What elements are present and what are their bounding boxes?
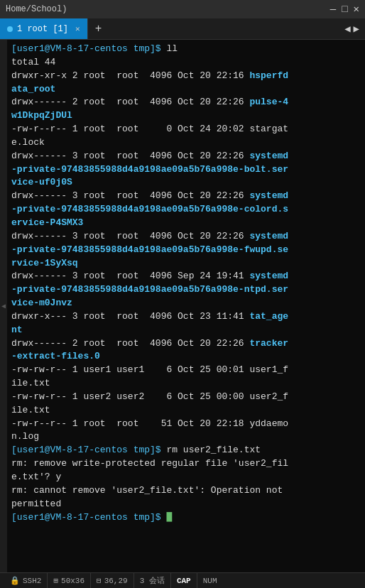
- title-controls[interactable]: — □ ✕: [330, 4, 359, 14]
- maximize-button[interactable]: □: [342, 4, 347, 14]
- output-user2file: -rw-rw-r-- 1 user2 user2 6 Oct 25 00:00 …: [11, 391, 288, 415]
- status-cursor-value: 36,29: [104, 577, 128, 585]
- status-ssh: 🔒 SSH2: [4, 573, 48, 588]
- left-handle-arrow-icon: ◀: [1, 302, 6, 310]
- output-yddaemon: -rw-r--r-- 1 root root 51 Oct 20 22:18 y…: [11, 418, 288, 442]
- left-resize-handle[interactable]: ◀: [0, 40, 7, 572]
- size-icon: ⊞: [53, 576, 58, 585]
- status-size: ⊞ 50x36: [48, 573, 91, 588]
- output-ntpd: drwx------ 3 root root 4096 Sep 24 19:41: [11, 271, 249, 281]
- output-tatagent: drwxr-x--- 3 root root 4096 Oct 23 11:41: [11, 311, 249, 322]
- status-num-value: NUM: [203, 577, 217, 585]
- cmd-2: rm user2_file.txt: [166, 445, 261, 455]
- output-pulse: drwx------ 2 root root 4096 Oct 20 22:26: [11, 97, 249, 107]
- close-button[interactable]: ✕: [354, 4, 359, 14]
- tab-bar: 1 root [1] ✕ + ◀ ▶: [0, 18, 365, 40]
- cursor-icon: ⊟: [97, 576, 102, 585]
- status-cap-value: CAP: [177, 577, 191, 585]
- output-fwupd: drwx------ 3 root root 4096 Oct 20 22:26: [11, 231, 249, 241]
- status-cursor: ⊟ 36,29: [91, 573, 134, 588]
- tab-1[interactable]: 1 root [1] ✕: [0, 18, 88, 39]
- output-bolt: drwx------ 3 root root 4096 Oct 20 22:26: [11, 151, 249, 161]
- title-bar-left: Home/School): [6, 4, 67, 14]
- output-user1file: -rw-rw-r-- 1 user1 user1 6 Oct 25 00:01 …: [11, 364, 288, 388]
- tab-dot-icon: [7, 26, 13, 32]
- cursor-block: █: [166, 512, 172, 523]
- ssh-icon: 🔒: [10, 576, 20, 585]
- terminal[interactable]: [user1@VM-8-17-centos tmp]$ ll total 44 …: [7, 40, 365, 572]
- prompt-line-2: [user1@VM-8-17-centos tmp]$: [11, 445, 166, 455]
- status-cap: CAP: [171, 573, 197, 588]
- output-colord: drwx------ 3 root root 4096 Oct 20 22:26: [11, 190, 249, 201]
- title-bar: Home/School) — □ ✕: [0, 0, 365, 18]
- status-bar: 🔒 SSH2 ⊞ 50x36 ⊟ 36,29 3 会话 CAP NUM: [0, 572, 365, 588]
- tab-arrows: ◀ ▶: [344, 23, 365, 35]
- status-size-value: 50x36: [61, 577, 85, 585]
- minimize-button[interactable]: —: [330, 4, 336, 14]
- output-rm-confirm: rm: remove write-protected regular file …: [11, 458, 288, 482]
- output-tracker: drwx------ 2 root root 4096 Oct 20 22:26: [11, 338, 249, 349]
- tab-arrow-left[interactable]: ◀: [344, 23, 350, 35]
- status-sessions-value: 3 会话: [140, 575, 165, 586]
- tab-label: 1 root [1]: [17, 24, 68, 34]
- tab-add-button[interactable]: +: [88, 23, 109, 36]
- tab-close-icon[interactable]: ✕: [75, 24, 80, 33]
- title-text: Home/School): [6, 4, 67, 14]
- output-hsperfd: drwxr-xr-x 2 root root 4096 Oct 20 22:16: [11, 70, 249, 81]
- cmd-1: ll: [166, 43, 178, 54]
- output-rm-error: rm: cannot remove 'user2_file.txt': Oper…: [11, 485, 283, 509]
- main-area: ◀ [user1@VM-8-17-centos tmp]$ ll total 4…: [0, 40, 365, 572]
- prompt-line-1: [user1@VM-8-17-centos tmp]$: [11, 43, 166, 54]
- prompt-line-3: [user1@VM-8-17-centos tmp]$: [11, 512, 166, 523]
- status-ssh-label: SSH2: [23, 577, 41, 585]
- tab-arrow-right[interactable]: ▶: [354, 23, 359, 35]
- status-sessions: 3 会话: [134, 573, 171, 588]
- status-num: NUM: [197, 573, 223, 588]
- output-stargat: -rw-r--r-- 1 root root 0 Oct 24 20:02 st…: [11, 124, 288, 148]
- output-total: total 44: [11, 57, 55, 67]
